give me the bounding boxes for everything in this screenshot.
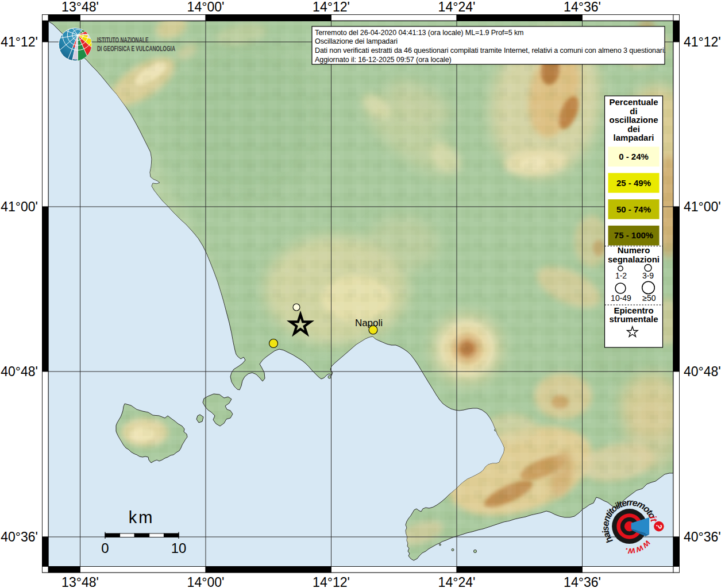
svg-text:41°12': 41°12' bbox=[1, 34, 38, 49]
svg-text:di: di bbox=[630, 106, 637, 116]
svg-text:41°00': 41°00' bbox=[684, 199, 721, 214]
svg-text:Oscillazione dei lampadari: Oscillazione dei lampadari bbox=[315, 37, 398, 45]
svg-text:75 - 100%: 75 - 100% bbox=[614, 230, 653, 240]
svg-text:Napoli: Napoli bbox=[355, 318, 383, 328]
svg-text:ISTITUTO NAZIONALE: ISTITUTO NAZIONALE bbox=[97, 36, 149, 44]
svg-text:Dati non verificati estratti d: Dati non verificati estratti da 46 quest… bbox=[315, 47, 666, 55]
svg-text:40°48': 40°48' bbox=[684, 364, 721, 379]
svg-text:14°00': 14°00' bbox=[187, 575, 225, 588]
svg-text:≥50: ≥50 bbox=[642, 293, 656, 303]
svg-text:14°12': 14°12' bbox=[313, 575, 350, 588]
svg-text:14°36': 14°36' bbox=[564, 575, 601, 588]
svg-text:14°24': 14°24' bbox=[438, 575, 476, 588]
svg-text:40°36': 40°36' bbox=[1, 529, 38, 544]
svg-text:segnalazioni: segnalazioni bbox=[608, 254, 660, 264]
svg-text:Numero: Numero bbox=[618, 245, 650, 255]
svg-text:strumentale: strumentale bbox=[609, 314, 658, 324]
svg-text:0 - 24%: 0 - 24% bbox=[619, 152, 649, 161]
svg-text:25 - 49%: 25 - 49% bbox=[616, 178, 651, 188]
svg-text:40°48': 40°48' bbox=[1, 364, 38, 379]
svg-text:3-9: 3-9 bbox=[642, 271, 654, 280]
svg-text:41°12': 41°12' bbox=[684, 34, 721, 49]
svg-text:lampadari: lampadari bbox=[614, 133, 654, 142]
svg-text:50 - 74%: 50 - 74% bbox=[616, 204, 651, 214]
svg-text:10-49: 10-49 bbox=[611, 293, 631, 303]
svg-text:Terremoto del 26-04-2020 04:41: Terremoto del 26-04-2020 04:41:13 (ora l… bbox=[315, 29, 523, 37]
svg-text:14°24': 14°24' bbox=[438, 0, 476, 14]
svg-text:14°12': 14°12' bbox=[313, 0, 350, 14]
svg-text:41°00': 41°00' bbox=[1, 199, 38, 214]
svg-text:13°48': 13°48' bbox=[61, 0, 99, 14]
svg-text:dei: dei bbox=[627, 124, 640, 134]
svg-text:Percentuale: Percentuale bbox=[609, 97, 658, 107]
svg-text:oscillazione: oscillazione bbox=[609, 115, 658, 125]
svg-text:Epicentro: Epicentro bbox=[614, 305, 653, 315]
svg-text:14°36': 14°36' bbox=[564, 0, 601, 14]
svg-text:10: 10 bbox=[171, 540, 187, 556]
svg-text:14°00': 14°00' bbox=[187, 0, 225, 14]
svg-text:0: 0 bbox=[101, 540, 109, 556]
svg-text:1-2: 1-2 bbox=[615, 271, 627, 280]
svg-text:DI GEOFISICA E VULCANOLOGIA: DI GEOFISICA E VULCANOLOGIA bbox=[97, 44, 175, 53]
svg-text:km: km bbox=[129, 508, 155, 527]
svg-text:Aggiornato il: 16-12-2025 09:5: Aggiornato il: 16-12-2025 09:57 (ora loc… bbox=[315, 56, 452, 64]
svg-text:13°48': 13°48' bbox=[61, 575, 99, 588]
svg-text:40°36': 40°36' bbox=[684, 529, 721, 544]
